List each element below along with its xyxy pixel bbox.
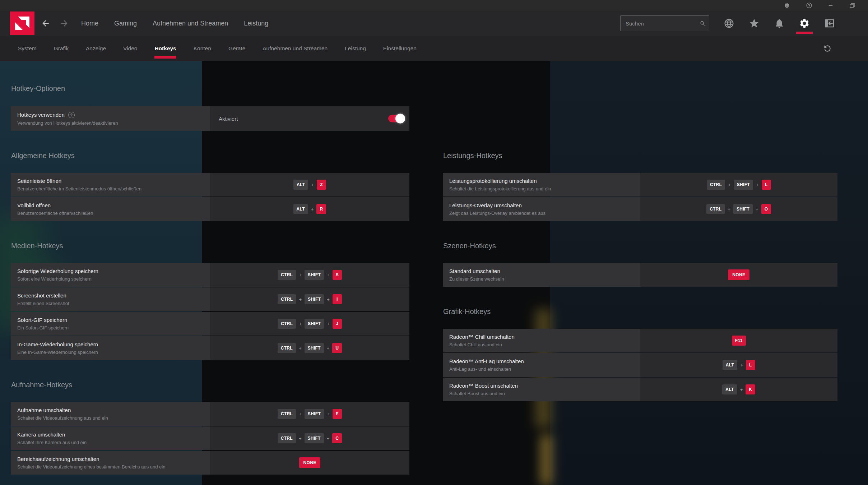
key-chip-ctrl[interactable]: CTRL	[278, 270, 296, 280]
search-input[interactable]	[621, 20, 700, 27]
key-chip-j[interactable]: J	[333, 319, 342, 329]
hotkey-row: Bereichsaufzeichnung umschaltenSchaltet …	[11, 451, 409, 475]
key-chip-u[interactable]: U	[332, 343, 342, 353]
section-title: Medien-Hotkeys	[11, 241, 409, 250]
section-title: Szenen-Hotkeys	[443, 241, 837, 250]
hotkey-binding[interactable]: NONE	[640, 263, 838, 287]
tab-einstellungen[interactable]: Einstellungen	[383, 45, 417, 52]
key-chip-alt[interactable]: ALT	[722, 384, 737, 394]
key-chip-ctrl[interactable]: CTRL	[278, 294, 296, 304]
key-chip-k[interactable]: K	[746, 384, 755, 394]
key-chip-e[interactable]: E	[333, 409, 342, 419]
bell-notifications-icon[interactable]	[774, 18, 785, 29]
key-chip-ctrl[interactable]: CTRL	[278, 319, 296, 329]
hotkey-binding[interactable]: CTRL+SHIFT+C	[210, 426, 409, 450]
key-chip-s[interactable]: S	[333, 270, 342, 280]
key-combination: F11	[640, 329, 838, 352]
key-chip-shift[interactable]: SHIFT	[305, 270, 324, 280]
key-combination: CTRL+SHIFT+U	[210, 336, 409, 360]
tab-video[interactable]: Video	[123, 45, 137, 52]
tab-aufnehmen-und-streamen[interactable]: Aufnehmen und Streamen	[263, 45, 328, 52]
collapse-panel-icon[interactable]	[824, 18, 835, 29]
key-chip-alt[interactable]: ALT	[293, 180, 308, 190]
key-chip-shift[interactable]: SHIFT	[733, 204, 753, 214]
tab-ger-te[interactable]: Geräte	[228, 45, 245, 52]
tab-hotkeys[interactable]: Hotkeys	[154, 45, 176, 52]
reset-restore-icon[interactable]	[823, 44, 832, 53]
search-icon[interactable]	[700, 20, 705, 27]
hotkeys-enabled-toggle[interactable]	[388, 115, 404, 123]
tab-konten[interactable]: Konten	[194, 45, 211, 52]
plus-separator: +	[728, 207, 730, 212]
key-chip-shift[interactable]: SHIFT	[305, 409, 324, 419]
key-chip-alt[interactable]: ALT	[293, 204, 308, 214]
hotkey-binding[interactable]: CTRL+SHIFT+E	[210, 402, 409, 426]
minimize-button[interactable]	[827, 2, 834, 9]
plus-separator: +	[299, 436, 302, 441]
key-chip-i[interactable]: I	[333, 294, 342, 304]
tab-system[interactable]: System	[18, 45, 37, 52]
key-chip-alt[interactable]: ALT	[723, 360, 737, 370]
hotkey-binding[interactable]: ALT+K	[640, 378, 838, 401]
key-chip-ctrl[interactable]: CTRL	[707, 180, 725, 190]
key-chip-f11[interactable]: F11	[732, 336, 746, 346]
amd-radeon-logo[interactable]	[10, 11, 34, 35]
hotkey-binding[interactable]: CTRL+SHIFT+J	[210, 312, 409, 336]
tab-leistung[interactable]: Leistung	[345, 45, 366, 52]
key-chip-none[interactable]: NONE	[728, 269, 749, 280]
hotkey-binding[interactable]: CTRL+SHIFT+L	[640, 173, 838, 197]
hotkey-row: Vollbild öffnenBenutzeroberfläche öffnen…	[11, 197, 409, 221]
restore-button[interactable]	[849, 2, 855, 9]
key-chip-l[interactable]: L	[746, 360, 755, 370]
plus-separator: +	[327, 436, 330, 441]
help-icon[interactable]	[806, 2, 812, 9]
hotkey-row: Standard umschaltenZu dieser Szene wechs…	[443, 263, 837, 287]
hotkey-binding[interactable]: CTRL+SHIFT+O	[640, 197, 838, 221]
key-chip-ctrl[interactable]: CTRL	[278, 433, 296, 443]
key-chip-ctrl[interactable]: CTRL	[706, 204, 725, 214]
tab-anzeige[interactable]: Anzeige	[86, 45, 106, 52]
nav-item-home[interactable]: Home	[81, 20, 98, 27]
key-chip-shift[interactable]: SHIFT	[305, 319, 324, 329]
debug-bug-icon[interactable]	[784, 2, 790, 9]
hotkey-binding[interactable]: NONE	[210, 451, 409, 475]
key-chip-r[interactable]: R	[316, 204, 326, 214]
key-chip-none[interactable]: NONE	[299, 457, 321, 468]
key-chip-ctrl[interactable]: CTRL	[278, 409, 296, 419]
key-chip-shift[interactable]: SHIFT	[305, 433, 324, 443]
key-chip-o[interactable]: O	[761, 204, 771, 214]
hotkey-info: In-Game-Wiederholung speichernEine In-Ga…	[11, 336, 210, 360]
hotkey-binding[interactable]: ALT+R	[210, 197, 409, 221]
key-combination: NONE	[640, 263, 838, 287]
help-circle-icon[interactable]: ?	[68, 112, 75, 118]
globe-icon[interactable]	[724, 18, 734, 29]
key-chip-shift[interactable]: SHIFT	[305, 343, 324, 353]
hotkey-binding[interactable]: CTRL+SHIFT+U	[210, 336, 409, 360]
hotkey-title: Seitenleiste öffnen	[17, 178, 210, 184]
tab-grafik[interactable]: Grafik	[54, 45, 69, 52]
key-chip-l[interactable]: L	[762, 180, 771, 190]
hotkey-subtitle: Schaltet die Videoaufzeichnung aus und e…	[17, 415, 210, 421]
settings-tabs: SystemGrafikAnzeigeVideoHotkeysKontenGer…	[0, 36, 868, 61]
nav-item-leistung[interactable]: Leistung	[244, 20, 268, 27]
hotkey-binding[interactable]: F11	[640, 329, 838, 352]
hotkey-info: Seitenleiste öffnenBenutzeroberfläche im…	[11, 173, 210, 197]
forward-arrow-icon[interactable]	[60, 19, 69, 28]
settings-tabbar: SystemGrafikAnzeigeVideoHotkeysKontenGer…	[0, 36, 868, 61]
hotkey-subtitle: Eine In-Game-Wiederholung speichern	[17, 350, 210, 355]
nav-item-aufnehmen-und-streamen[interactable]: Aufnehmen und Streamen	[153, 20, 228, 27]
hotkey-binding[interactable]: CTRL+SHIFT+S	[210, 263, 409, 287]
gear-settings-icon[interactable]	[799, 18, 810, 29]
hotkey-title: Leistungs-Overlay umschalten	[449, 202, 640, 208]
hotkey-binding[interactable]: ALT+Z	[210, 173, 409, 197]
hotkey-binding[interactable]: ALT+L	[640, 353, 838, 377]
key-chip-z[interactable]: Z	[317, 180, 326, 190]
key-chip-ctrl[interactable]: CTRL	[278, 343, 296, 353]
star-favorites-icon[interactable]	[749, 18, 760, 29]
key-chip-shift[interactable]: SHIFT	[734, 180, 753, 190]
hotkey-binding[interactable]: CTRL+SHIFT+I	[210, 287, 409, 311]
back-arrow-icon[interactable]	[41, 19, 50, 28]
key-chip-c[interactable]: C	[332, 433, 342, 443]
key-chip-shift[interactable]: SHIFT	[305, 294, 324, 304]
nav-item-gaming[interactable]: Gaming	[114, 20, 137, 27]
